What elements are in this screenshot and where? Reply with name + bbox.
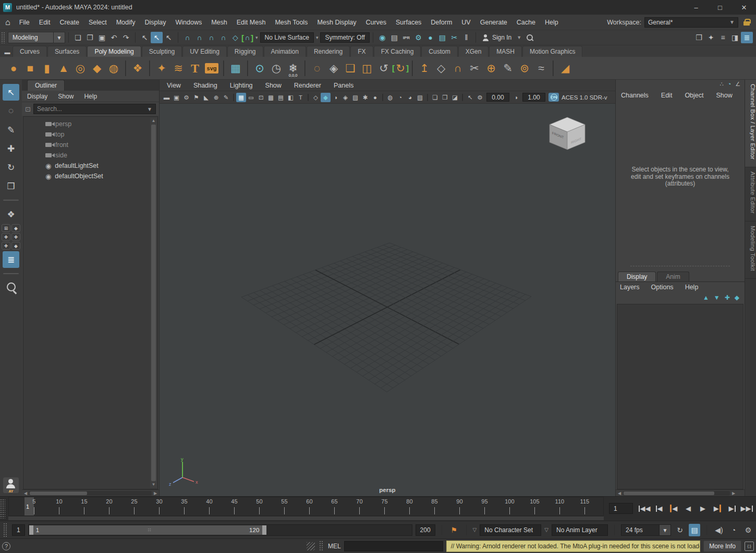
image-plane-icon[interactable]: ◣: [201, 93, 211, 102]
drag-handle[interactable]: [1, 32, 6, 43]
live-surface-field[interactable]: No Live Surface: [260, 32, 314, 43]
bookmark-add-icon[interactable]: ⚑: [448, 526, 460, 534]
bridge-icon[interactable]: ∩: [449, 59, 466, 78]
boolean-icon[interactable]: ◌: [309, 59, 325, 78]
new-scene-icon[interactable]: ❏: [72, 32, 84, 43]
grid-toggle-icon[interactable]: ▦: [236, 93, 246, 102]
use-all-lights-icon[interactable]: ✱: [360, 93, 370, 102]
outliner-persp-layout[interactable]: ≣: [3, 251, 19, 268]
shelf-tab[interactable]: MASH: [489, 46, 522, 57]
smooth-shade-icon[interactable]: ◆: [321, 93, 331, 102]
user-avatar[interactable]: AY: [3, 477, 19, 493]
channelbox-menu-item[interactable]: Channels: [621, 92, 649, 99]
multi-cut-icon[interactable]: ✂: [466, 59, 483, 78]
animation-clip-icon[interactable]: ▤: [689, 524, 700, 536]
layer-menu-item[interactable]: Help: [685, 284, 699, 291]
character-controls-icon[interactable]: ✦: [705, 32, 717, 43]
step-forward-button[interactable]: ▶: [725, 502, 739, 515]
screen-space-ao-icon[interactable]: ◍: [385, 93, 395, 102]
outliner-item[interactable]: ◉ top: [23, 129, 157, 140]
lock-icon[interactable]: [743, 19, 750, 26]
bookmark-icon[interactable]: ⚑: [191, 93, 201, 102]
scroll-right-icon[interactable]: ▶: [152, 491, 159, 496]
poly-cylinder-icon[interactable]: ▮: [39, 59, 55, 78]
shelf-tab[interactable]: Rigging: [227, 46, 263, 57]
channelbox-menu-item[interactable]: Show: [716, 92, 733, 99]
select-camera-icon[interactable]: ▬: [162, 93, 172, 102]
collapse-shelf-icon[interactable]: ▬: [2, 49, 13, 57]
animation-start-field[interactable]: 1: [12, 524, 25, 536]
safe-title-icon[interactable]: T: [296, 93, 306, 102]
help-icon[interactable]: ?: [2, 542, 10, 550]
split-pane-layout[interactable]: ✚: [2, 242, 10, 250]
select-object-icon[interactable]: ↖: [151, 32, 163, 43]
layer-menu-item[interactable]: Options: [651, 284, 674, 291]
scrollbar-thumb[interactable]: [624, 491, 714, 495]
shelf-tab[interactable]: Sculpting: [142, 46, 182, 57]
minimize-button[interactable]: –: [684, 0, 708, 15]
poly-plane-icon[interactable]: ◆: [89, 59, 105, 78]
channelbox-menu-item[interactable]: Object: [685, 92, 703, 99]
delete-history-icon[interactable]: ◷: [268, 59, 285, 78]
hyperbolic-spread-icon[interactable]: ∠: [735, 81, 740, 89]
scale-tool[interactable]: ❒: [3, 178, 19, 194]
menu-item[interactable]: Edit: [34, 19, 55, 26]
playback-loop-icon[interactable]: ↻: [674, 526, 686, 534]
film-gate-icon[interactable]: ▭: [246, 93, 256, 102]
view-cube[interactable]: FRONT RIGHT: [545, 115, 589, 157]
poly-cube-icon[interactable]: ■: [22, 59, 39, 78]
two-pane-stack-layout[interactable]: ✚: [11, 233, 20, 241]
scrollbar-thumb[interactable]: [151, 125, 156, 481]
outliner-item[interactable]: ◉ side: [23, 150, 157, 161]
crease-tool-icon[interactable]: ◢: [557, 59, 574, 78]
layer-editor-tab[interactable]: Display: [618, 272, 656, 281]
motion-blur-icon[interactable]: ◔: [395, 93, 405, 102]
viewport-menu-item[interactable]: Panels: [334, 82, 353, 89]
outliner-horizontal-scrollbar[interactable]: ◀ ▶: [22, 489, 159, 496]
resolution-gate-icon[interactable]: ⊡: [256, 93, 266, 102]
panel-splitter[interactable]: [630, 266, 730, 266]
scroll-up-icon[interactable]: ▲: [152, 118, 156, 124]
lasso-select-tool[interactable]: ◌: [3, 103, 19, 119]
menu-item[interactable]: Select: [84, 19, 112, 26]
scroll-down-icon[interactable]: ▼: [152, 482, 156, 488]
snap-projected-center-icon[interactable]: ∩: [217, 32, 229, 43]
layers-horizontal-scrollbar[interactable]: ◀ ▶: [616, 489, 737, 496]
scroll-left-icon[interactable]: ◀: [22, 491, 29, 496]
isolate-select-icon[interactable]: ❏: [430, 93, 440, 102]
viewport-canvas[interactable]: FRONT RIGHT y x z persp: [160, 104, 615, 496]
shelf-tab[interactable]: FX Caching: [374, 46, 421, 57]
snap-curve-icon[interactable]: ∩: [193, 32, 205, 43]
single-pane-layout[interactable]: ❖: [3, 206, 19, 223]
range-drag-grip[interactable]: [148, 528, 152, 532]
camera-attributes-icon[interactable]: ⚙: [181, 93, 191, 102]
four-pane-layout[interactable]: ⊞: [2, 224, 10, 232]
spin-edge-icon[interactable]: ↻: [392, 59, 409, 78]
command-input[interactable]: [344, 541, 443, 551]
display-layers-list[interactable]: [617, 304, 743, 490]
exposure-icon[interactable]: ⚙: [475, 93, 485, 102]
resize-grip[interactable]: [307, 542, 315, 550]
shelf-tab[interactable]: UV Editing: [182, 46, 227, 57]
outliner-item[interactable]: ◉ defaultLightSet: [23, 161, 157, 171]
speed-state-icon[interactable]: ◔: [727, 81, 731, 89]
platonic-solid-icon[interactable]: ❖: [129, 59, 146, 78]
outliner-search-input[interactable]: Search... ▼: [33, 104, 156, 114]
persp-outliner-layout[interactable]: ◆: [11, 224, 20, 232]
menu-item[interactable]: UV: [457, 19, 475, 26]
sidebar-tab[interactable]: Attribute Editor: [745, 167, 756, 222]
select-component-icon[interactable]: ↖: [163, 32, 175, 43]
scrollbar-thumb[interactable]: [30, 491, 87, 495]
shelf-tab[interactable]: Motion Graphics: [522, 46, 582, 57]
gamma-icon[interactable]: ◑: [511, 93, 521, 102]
render-current-frame-icon[interactable]: ▤: [388, 32, 400, 43]
select-hierarchy-icon[interactable]: ↖: [139, 32, 151, 43]
center-pivot-icon[interactable]: ⊙: [251, 59, 268, 78]
command-language-label[interactable]: MEL: [328, 543, 341, 550]
go-to-end-button[interactable]: ▶▶: [739, 502, 754, 515]
current-frame-field[interactable]: 1: [609, 503, 633, 514]
viewport-menu-item[interactable]: Shading: [193, 82, 217, 89]
exposure-field[interactable]: 0.00: [486, 93, 509, 102]
fps-select[interactable]: 24 fps ▼: [621, 524, 671, 536]
depth-peeling-icon[interactable]: ▧: [415, 93, 425, 102]
